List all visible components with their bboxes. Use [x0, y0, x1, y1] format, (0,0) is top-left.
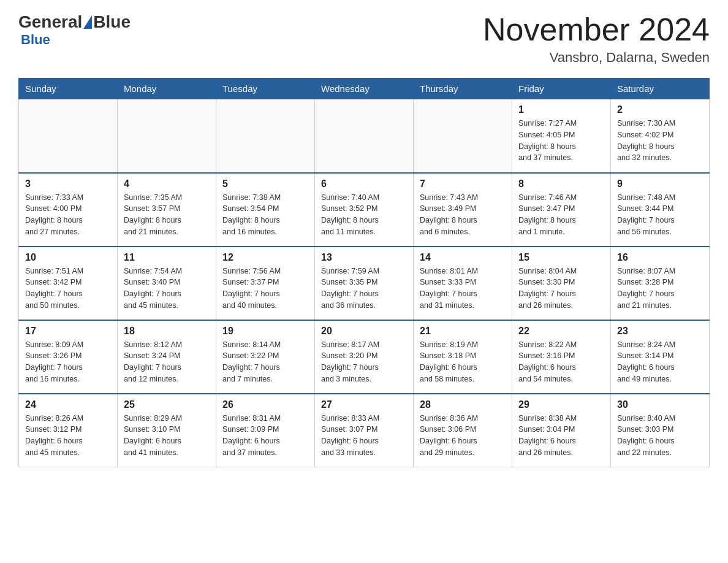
calendar-cell: 2Sunrise: 7:30 AMSunset: 4:02 PMDaylight… — [611, 99, 710, 173]
day-info: Sunrise: 7:59 AMSunset: 3:35 PMDaylight:… — [321, 266, 407, 312]
day-number: 14 — [420, 252, 506, 263]
calendar-cell — [315, 99, 414, 173]
calendar-cell: 11Sunrise: 7:54 AMSunset: 3:40 PMDayligh… — [118, 247, 216, 320]
day-number: 7 — [420, 178, 506, 190]
calendar-cell: 27Sunrise: 8:33 AMSunset: 3:07 PMDayligh… — [315, 394, 414, 467]
day-info: Sunrise: 8:09 AMSunset: 3:26 PMDaylight:… — [25, 339, 111, 385]
weekday-header-wednesday: Wednesday — [315, 79, 414, 99]
day-number: 10 — [25, 252, 111, 263]
day-info: Sunrise: 8:31 AMSunset: 3:09 PMDaylight:… — [222, 413, 308, 459]
day-info: Sunrise: 7:51 AMSunset: 3:42 PMDaylight:… — [25, 266, 111, 312]
calendar-cell: 17Sunrise: 8:09 AMSunset: 3:26 PMDayligh… — [19, 320, 118, 394]
day-number: 20 — [321, 326, 407, 337]
day-number: 25 — [124, 399, 210, 410]
day-number: 4 — [124, 178, 210, 190]
calendar-cell: 25Sunrise: 8:29 AMSunset: 3:10 PMDayligh… — [118, 394, 216, 467]
calendar-cell: 28Sunrise: 8:36 AMSunset: 3:06 PMDayligh… — [414, 394, 512, 467]
day-info: Sunrise: 8:24 AMSunset: 3:14 PMDaylight:… — [617, 339, 703, 385]
logo-blue-text: Blue — [93, 12, 131, 32]
day-number: 17 — [25, 326, 111, 337]
weekday-header-sunday: Sunday — [19, 79, 118, 99]
day-info: Sunrise: 8:12 AMSunset: 3:24 PMDaylight:… — [124, 339, 210, 385]
calendar-cell: 15Sunrise: 8:04 AMSunset: 3:30 PMDayligh… — [512, 247, 611, 320]
day-number: 1 — [518, 104, 604, 115]
calendar-cell: 22Sunrise: 8:22 AMSunset: 3:16 PMDayligh… — [512, 320, 611, 394]
calendar-week-row: 1Sunrise: 7:27 AMSunset: 4:05 PMDaylight… — [19, 99, 710, 173]
calendar-cell: 23Sunrise: 8:24 AMSunset: 3:14 PMDayligh… — [611, 320, 710, 394]
calendar-cell: 20Sunrise: 8:17 AMSunset: 3:20 PMDayligh… — [315, 320, 414, 394]
day-info: Sunrise: 7:35 AMSunset: 3:57 PMDaylight:… — [124, 192, 210, 238]
calendar-table: SundayMondayTuesdayWednesdayThursdayFrid… — [18, 78, 710, 467]
day-number: 30 — [617, 399, 703, 410]
calendar-cell: 26Sunrise: 8:31 AMSunset: 3:09 PMDayligh… — [216, 394, 315, 467]
day-number: 27 — [321, 399, 407, 410]
calendar-cell: 6Sunrise: 7:40 AMSunset: 3:52 PMDaylight… — [315, 173, 414, 247]
calendar-week-row: 17Sunrise: 8:09 AMSunset: 3:26 PMDayligh… — [19, 320, 710, 394]
calendar-cell — [216, 99, 315, 173]
day-info: Sunrise: 8:14 AMSunset: 3:22 PMDaylight:… — [222, 339, 308, 385]
calendar-cell: 5Sunrise: 7:38 AMSunset: 3:54 PMDaylight… — [216, 173, 315, 247]
day-info: Sunrise: 7:54 AMSunset: 3:40 PMDaylight:… — [124, 266, 210, 312]
logo-triangle-icon — [83, 15, 92, 29]
weekday-header-monday: Monday — [118, 79, 216, 99]
calendar-week-row: 3Sunrise: 7:33 AMSunset: 4:00 PMDaylight… — [19, 173, 710, 247]
day-info: Sunrise: 8:36 AMSunset: 3:06 PMDaylight:… — [420, 413, 506, 459]
day-number: 16 — [617, 252, 703, 263]
calendar-cell: 18Sunrise: 8:12 AMSunset: 3:24 PMDayligh… — [118, 320, 216, 394]
day-info: Sunrise: 8:40 AMSunset: 3:03 PMDaylight:… — [617, 413, 703, 459]
calendar-cell: 8Sunrise: 7:46 AMSunset: 3:47 PMDaylight… — [512, 173, 611, 247]
day-info: Sunrise: 7:30 AMSunset: 4:02 PMDaylight:… — [617, 118, 703, 164]
calendar-week-row: 24Sunrise: 8:26 AMSunset: 3:12 PMDayligh… — [19, 394, 710, 467]
day-number: 8 — [518, 178, 604, 190]
weekday-header-saturday: Saturday — [611, 79, 710, 99]
day-info: Sunrise: 7:38 AMSunset: 3:54 PMDaylight:… — [222, 192, 308, 238]
day-info: Sunrise: 7:48 AMSunset: 3:44 PMDaylight:… — [617, 192, 703, 238]
weekday-header-thursday: Thursday — [414, 79, 512, 99]
logo: General Blue Blue — [18, 12, 131, 48]
calendar-cell: 4Sunrise: 7:35 AMSunset: 3:57 PMDaylight… — [118, 173, 216, 247]
day-info: Sunrise: 8:33 AMSunset: 3:07 PMDaylight:… — [321, 413, 407, 459]
day-info: Sunrise: 8:01 AMSunset: 3:33 PMDaylight:… — [420, 266, 506, 312]
day-info: Sunrise: 8:19 AMSunset: 3:18 PMDaylight:… — [420, 339, 506, 385]
day-info: Sunrise: 8:04 AMSunset: 3:30 PMDaylight:… — [518, 266, 604, 312]
page-header: General Blue Blue November 2024 Vansbro,… — [18, 12, 710, 66]
day-info: Sunrise: 7:27 AMSunset: 4:05 PMDaylight:… — [518, 118, 604, 164]
day-info: Sunrise: 7:33 AMSunset: 4:00 PMDaylight:… — [25, 192, 111, 238]
calendar-cell: 9Sunrise: 7:48 AMSunset: 3:44 PMDaylight… — [611, 173, 710, 247]
day-number: 26 — [222, 399, 308, 410]
day-info: Sunrise: 8:07 AMSunset: 3:28 PMDaylight:… — [617, 266, 703, 312]
calendar-cell: 7Sunrise: 7:43 AMSunset: 3:49 PMDaylight… — [414, 173, 512, 247]
calendar-cell: 30Sunrise: 8:40 AMSunset: 3:03 PMDayligh… — [611, 394, 710, 467]
weekday-header-tuesday: Tuesday — [216, 79, 315, 99]
day-number: 21 — [420, 326, 506, 337]
day-number: 19 — [222, 326, 308, 337]
calendar-cell: 13Sunrise: 7:59 AMSunset: 3:35 PMDayligh… — [315, 247, 414, 320]
day-number: 24 — [25, 399, 111, 410]
calendar-cell: 14Sunrise: 8:01 AMSunset: 3:33 PMDayligh… — [414, 247, 512, 320]
day-info: Sunrise: 7:40 AMSunset: 3:52 PMDaylight:… — [321, 192, 407, 238]
day-info: Sunrise: 8:38 AMSunset: 3:04 PMDaylight:… — [518, 413, 604, 459]
day-number: 2 — [617, 104, 703, 115]
day-info: Sunrise: 7:43 AMSunset: 3:49 PMDaylight:… — [420, 192, 506, 238]
calendar-cell: 16Sunrise: 8:07 AMSunset: 3:28 PMDayligh… — [611, 247, 710, 320]
day-info: Sunrise: 8:26 AMSunset: 3:12 PMDaylight:… — [25, 413, 111, 459]
day-number: 3 — [25, 178, 111, 190]
month-title: November 2024 — [483, 12, 710, 47]
day-number: 12 — [222, 252, 308, 263]
day-number: 29 — [518, 399, 604, 410]
day-number: 22 — [518, 326, 604, 337]
day-number: 18 — [124, 326, 210, 337]
calendar-cell: 1Sunrise: 7:27 AMSunset: 4:05 PMDaylight… — [512, 99, 611, 173]
calendar-cell: 19Sunrise: 8:14 AMSunset: 3:22 PMDayligh… — [216, 320, 315, 394]
day-info: Sunrise: 8:29 AMSunset: 3:10 PMDaylight:… — [124, 413, 210, 459]
day-number: 11 — [124, 252, 210, 263]
day-number: 9 — [617, 178, 703, 190]
day-info: Sunrise: 7:56 AMSunset: 3:37 PMDaylight:… — [222, 266, 308, 312]
calendar-cell — [19, 99, 118, 173]
location-title: Vansbro, Dalarna, Sweden — [483, 50, 710, 66]
day-number: 23 — [617, 326, 703, 337]
day-number: 13 — [321, 252, 407, 263]
weekday-header-friday: Friday — [512, 79, 611, 99]
day-info: Sunrise: 7:46 AMSunset: 3:47 PMDaylight:… — [518, 192, 604, 238]
day-number: 28 — [420, 399, 506, 410]
